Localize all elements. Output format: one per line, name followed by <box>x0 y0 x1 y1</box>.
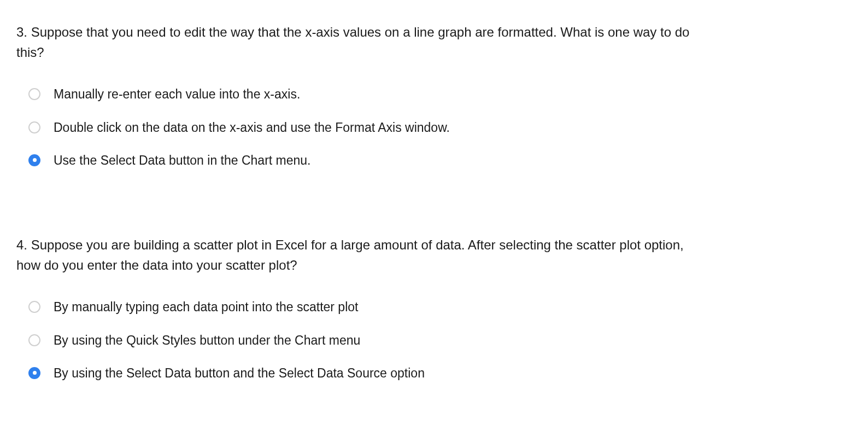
option-q3-2[interactable]: Double click on the data on the x-axis a… <box>28 119 852 136</box>
option-label: Use the Select Data button in the Chart … <box>54 152 311 169</box>
option-label: Double click on the data on the x-axis a… <box>54 119 450 136</box>
question-body: Suppose you are building a scatter plot … <box>16 237 684 272</box>
options-list: Manually re-enter each value into the x-… <box>16 85 852 169</box>
option-label: By manually typing each data point into … <box>54 298 358 316</box>
question-block-4: 4. Suppose you are building a scatter pl… <box>16 235 852 382</box>
question-block-3: 3. Suppose that you need to edit the way… <box>16 22 852 169</box>
option-q4-1[interactable]: By manually typing each data point into … <box>28 298 852 316</box>
option-label: Manually re-enter each value into the x-… <box>54 85 300 103</box>
options-list: By manually typing each data point into … <box>16 298 852 382</box>
option-q3-3[interactable]: Use the Select Data button in the Chart … <box>28 152 852 169</box>
question-number: 3. <box>16 25 27 39</box>
option-label: By using the Quick Styles button under t… <box>54 332 360 349</box>
radio-icon-selected[interactable] <box>28 154 40 166</box>
question-text: 4. Suppose you are building a scatter pl… <box>16 235 694 275</box>
option-label: By using the Select Data button and the … <box>54 364 425 382</box>
radio-icon[interactable] <box>28 121 40 133</box>
option-q4-3[interactable]: By using the Select Data button and the … <box>28 364 852 382</box>
radio-icon[interactable] <box>28 301 40 313</box>
question-body: Suppose that you need to edit the way th… <box>16 25 689 60</box>
option-q3-1[interactable]: Manually re-enter each value into the x-… <box>28 85 852 103</box>
radio-icon[interactable] <box>28 334 40 346</box>
radio-icon-selected[interactable] <box>28 367 40 379</box>
radio-icon[interactable] <box>28 88 40 100</box>
question-number: 4. <box>16 237 27 252</box>
question-text: 3. Suppose that you need to edit the way… <box>16 22 694 62</box>
option-q4-2[interactable]: By using the Quick Styles button under t… <box>28 332 852 349</box>
